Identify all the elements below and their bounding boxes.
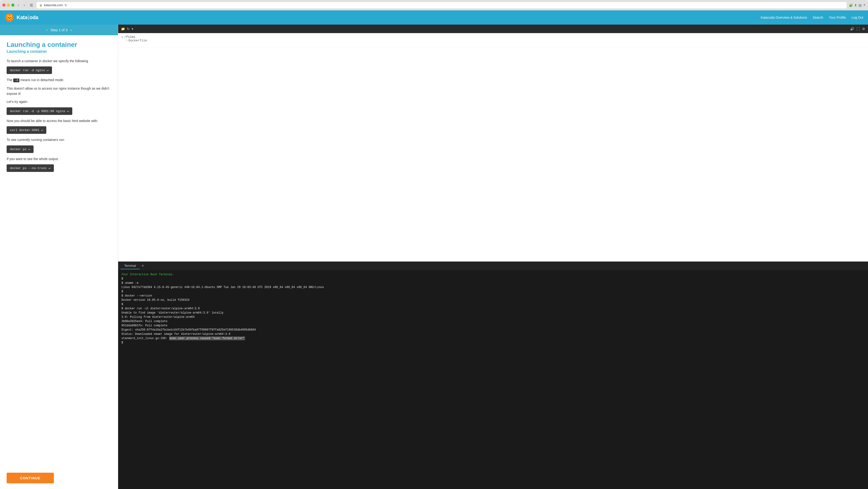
tab-history-button[interactable]: ⊞ xyxy=(28,2,34,8)
code-inline-1: -d xyxy=(13,79,19,82)
terminal-line: $ xyxy=(121,302,865,307)
next-step-button[interactable]: › xyxy=(70,27,72,32)
address-bar[interactable]: 🔒 katacoda.com ↻ xyxy=(36,2,847,9)
browser-chrome: ‹ › ⊞ 🔒 katacoda.com ↻ 🧩 ⬇ ▤ + xyxy=(0,0,868,10)
para-6: To see currently running containers run: xyxy=(7,137,111,142)
tab-bar: 🔒 katacoda.com ↻ xyxy=(36,2,847,9)
add-terminal-tab-button[interactable]: + xyxy=(140,263,146,268)
terminal-tab[interactable]: Terminal xyxy=(121,262,140,269)
code-block-1[interactable]: docker run -d nginx ↵ xyxy=(7,66,52,74)
terminal-body[interactable]: Your Interactive Bash Terminal.$$ uname … xyxy=(118,270,868,489)
svg-text:🐱: 🐱 xyxy=(7,15,12,20)
terminal-line: Digest: sha256:07f4a10a27bcbe1c64f12b7b4… xyxy=(121,328,865,332)
settings-icon[interactable]: ⚙ xyxy=(862,27,865,31)
maximize-traffic-light[interactable] xyxy=(11,4,14,7)
speaker-icon[interactable]: 🔊 xyxy=(850,27,854,31)
nav-logout-link[interactable]: Log Out xyxy=(851,16,863,19)
top-nav: 🐱 Kata⟨oda Katacoda Overview & Solutions… xyxy=(0,10,868,25)
extensions-button[interactable]: 🧩 xyxy=(849,3,853,7)
url-text: katacoda.com xyxy=(44,3,63,7)
back-button[interactable]: ‹ xyxy=(16,3,20,8)
file-tree-bar: 📁 ↻ ▾ 🔊 ⛶ ⚙ xyxy=(118,25,868,33)
logo-text: Kata⟨oda xyxy=(17,15,38,21)
refresh-icon[interactable]: ↻ xyxy=(127,27,130,31)
step-indicator: Step 1 of 3 xyxy=(50,28,68,32)
terminal-line: $ docker run -it dieterreuter/alpine-arm… xyxy=(121,307,865,311)
reload-button[interactable]: ↻ xyxy=(64,3,67,7)
nav-overview-link[interactable]: Katacoda Overview & Solutions xyxy=(761,16,807,19)
tree-arrow-icon: ▸ xyxy=(121,35,123,39)
fullscreen-icon[interactable]: ⛶ xyxy=(857,27,860,31)
editor-area[interactable] xyxy=(118,47,868,261)
toolbar-right: 🧩 ⬇ ▤ + xyxy=(849,3,866,7)
dockerfile-name: Dockerfile xyxy=(128,39,147,42)
prev-step-button[interactable]: ‹ xyxy=(46,27,48,32)
terminal-line: Unable to find image 'dieterreuter/alpin… xyxy=(121,311,865,315)
connector-icon: └ xyxy=(126,39,128,42)
terminal-line: Linux 0427e77dd384 4.15.0-45-generic #48… xyxy=(121,285,865,289)
browser-window: ‹ › ⊞ 🔒 katacoda.com ↻ 🧩 ⬇ ▤ + 🐱 Kata⟨od… xyxy=(0,0,868,489)
terminal-line: Your Interactive Bash Terminal. xyxy=(121,272,865,277)
lesson-subtitle: Launching a container xyxy=(7,50,111,54)
tree-right-icons: 🔊 ⛶ ⚙ xyxy=(850,27,865,31)
new-tab-button[interactable]: + xyxy=(863,3,866,7)
terminal-line: $ uname -a xyxy=(121,281,865,285)
code-block-2[interactable]: docker run -d -p 8081:80 nginx ↵ xyxy=(7,107,72,115)
para-1: To launch a container in docker we speci… xyxy=(7,58,111,64)
katacoda-logo-icon: 🐱 xyxy=(5,13,14,22)
minimize-traffic-light[interactable] xyxy=(7,4,10,7)
terminal-line: $ docker --version xyxy=(121,294,865,298)
terminal-line: standard_init_linux.go:190: exec user pr… xyxy=(121,336,865,341)
traffic-lights xyxy=(2,4,14,7)
terminal-line: 051dda6081fe: Pull complete xyxy=(121,323,865,328)
content-area: Launching a container Launching a contai… xyxy=(0,35,118,469)
chevron-down-icon[interactable]: ▾ xyxy=(132,27,133,31)
close-traffic-light[interactable] xyxy=(2,4,5,7)
file-tree-area: ▸ /files └ Dockerfile xyxy=(118,33,868,47)
folder-icon[interactable]: 📁 xyxy=(121,27,125,31)
file-tree-root[interactable]: ▸ /files xyxy=(121,35,865,39)
terminal-line: $ xyxy=(121,289,865,294)
root-folder-name: /files xyxy=(124,35,135,39)
file-tree-controls: 📁 ↻ ▾ xyxy=(121,27,133,31)
nav-links: Katacoda Overview & Solutions Search You… xyxy=(761,16,863,19)
terminal-line: $ xyxy=(121,277,865,281)
continue-button[interactable]: CONTINUE xyxy=(7,473,54,483)
download-button[interactable]: ⬇ xyxy=(854,3,857,7)
terminal-line: Status: Downloaded newer image for diete… xyxy=(121,332,865,336)
para-7: If you want to see the whole output: xyxy=(7,156,111,162)
continue-btn-area: CONTINUE xyxy=(0,469,118,489)
para-5: Now you should be able to access the bas… xyxy=(7,118,111,123)
nav-search-link[interactable]: Search xyxy=(813,16,823,19)
para-4: Let's try again: xyxy=(7,99,111,104)
para-3: This doesn't allow us to access our ngin… xyxy=(7,86,111,96)
left-panel: ‹ Step 1 of 3 › Launching a container La… xyxy=(0,25,118,489)
code-block-5[interactable]: docker ps --no-trunc ↵ xyxy=(7,164,54,172)
lesson-title: Launching a container xyxy=(7,41,111,49)
step-header: ‹ Step 1 of 3 › xyxy=(0,25,118,35)
sidebar-toggle-button[interactable]: ▤ xyxy=(859,3,862,7)
lock-icon: 🔒 xyxy=(39,4,42,7)
terminal-line: 3.9: Pulling from dieterreuter/alpine-ar… xyxy=(121,315,865,319)
dockerfile-item[interactable]: └ Dockerfile xyxy=(121,39,865,42)
nav-profile-link[interactable]: Your Profile xyxy=(829,16,846,19)
logo-area: 🐱 Kata⟨oda xyxy=(5,13,38,22)
code-block-3[interactable]: curl docker:8081 ↵ xyxy=(7,126,46,134)
terminal-line: $ xyxy=(121,341,865,345)
para-2: The -d means run in detached mode. xyxy=(7,77,111,83)
terminal-tabs: Terminal + xyxy=(118,261,868,270)
forward-button[interactable]: › xyxy=(22,3,26,8)
terminal-line: 3b00a3925ee4: Pull complete xyxy=(121,319,865,323)
code-block-4[interactable]: docker ps ↵ xyxy=(7,145,34,153)
main-layout: ‹ Step 1 of 3 › Launching a container La… xyxy=(0,25,868,489)
right-panel: 📁 ↻ ▾ 🔊 ⛶ ⚙ ▸ /files └ Dockerfil xyxy=(118,25,868,489)
terminal-line: Docker version 18.05.0-ce, build f150324 xyxy=(121,298,865,302)
